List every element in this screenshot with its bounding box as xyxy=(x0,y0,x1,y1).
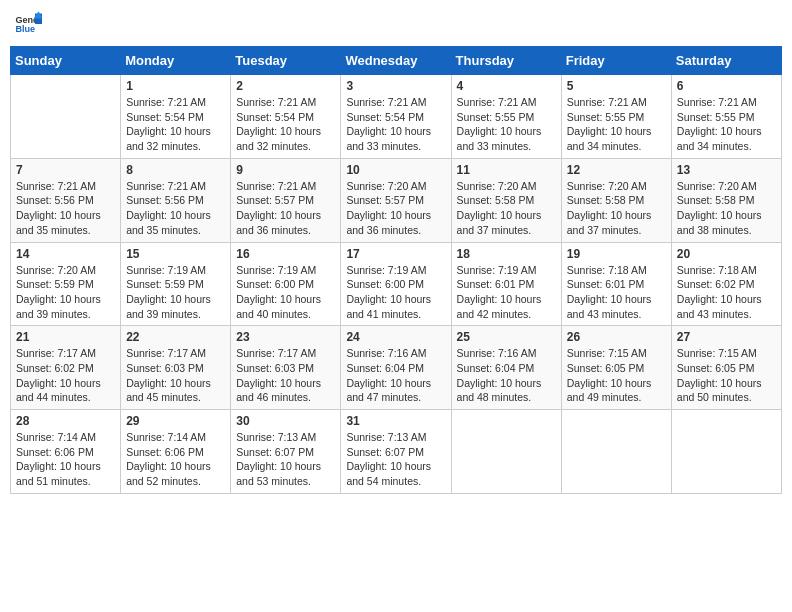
weekday-header-sunday: Sunday xyxy=(11,47,121,75)
weekday-header-monday: Monday xyxy=(121,47,231,75)
calendar-cell xyxy=(451,410,561,494)
calendar-cell: 1Sunrise: 7:21 AM Sunset: 5:54 PM Daylig… xyxy=(121,75,231,159)
weekday-header-wednesday: Wednesday xyxy=(341,47,451,75)
calendar-cell: 22Sunrise: 7:17 AM Sunset: 6:03 PM Dayli… xyxy=(121,326,231,410)
day-number: 9 xyxy=(236,163,335,177)
day-number: 27 xyxy=(677,330,776,344)
day-info: Sunrise: 7:21 AM Sunset: 5:55 PM Dayligh… xyxy=(677,95,776,154)
calendar-cell: 21Sunrise: 7:17 AM Sunset: 6:02 PM Dayli… xyxy=(11,326,121,410)
calendar-cell xyxy=(11,75,121,159)
day-info: Sunrise: 7:14 AM Sunset: 6:06 PM Dayligh… xyxy=(16,430,115,489)
day-number: 31 xyxy=(346,414,445,428)
calendar-cell: 5Sunrise: 7:21 AM Sunset: 5:55 PM Daylig… xyxy=(561,75,671,159)
calendar-cell: 3Sunrise: 7:21 AM Sunset: 5:54 PM Daylig… xyxy=(341,75,451,159)
day-info: Sunrise: 7:19 AM Sunset: 6:01 PM Dayligh… xyxy=(457,263,556,322)
calendar-cell: 14Sunrise: 7:20 AM Sunset: 5:59 PM Dayli… xyxy=(11,242,121,326)
day-info: Sunrise: 7:17 AM Sunset: 6:02 PM Dayligh… xyxy=(16,346,115,405)
day-number: 10 xyxy=(346,163,445,177)
day-info: Sunrise: 7:20 AM Sunset: 5:57 PM Dayligh… xyxy=(346,179,445,238)
day-number: 25 xyxy=(457,330,556,344)
day-number: 18 xyxy=(457,247,556,261)
calendar-cell: 11Sunrise: 7:20 AM Sunset: 5:58 PM Dayli… xyxy=(451,158,561,242)
day-info: Sunrise: 7:16 AM Sunset: 6:04 PM Dayligh… xyxy=(457,346,556,405)
day-info: Sunrise: 7:21 AM Sunset: 5:54 PM Dayligh… xyxy=(346,95,445,154)
logo: General Blue xyxy=(14,10,42,38)
day-number: 15 xyxy=(126,247,225,261)
calendar-cell: 4Sunrise: 7:21 AM Sunset: 5:55 PM Daylig… xyxy=(451,75,561,159)
day-info: Sunrise: 7:20 AM Sunset: 5:58 PM Dayligh… xyxy=(567,179,666,238)
calendar-cell: 25Sunrise: 7:16 AM Sunset: 6:04 PM Dayli… xyxy=(451,326,561,410)
day-info: Sunrise: 7:16 AM Sunset: 6:04 PM Dayligh… xyxy=(346,346,445,405)
weekday-header-row: SundayMondayTuesdayWednesdayThursdayFrid… xyxy=(11,47,782,75)
calendar-cell: 19Sunrise: 7:18 AM Sunset: 6:01 PM Dayli… xyxy=(561,242,671,326)
day-number: 14 xyxy=(16,247,115,261)
calendar-cell: 8Sunrise: 7:21 AM Sunset: 5:56 PM Daylig… xyxy=(121,158,231,242)
day-number: 13 xyxy=(677,163,776,177)
calendar-cell: 15Sunrise: 7:19 AM Sunset: 5:59 PM Dayli… xyxy=(121,242,231,326)
day-number: 19 xyxy=(567,247,666,261)
day-number: 2 xyxy=(236,79,335,93)
day-info: Sunrise: 7:19 AM Sunset: 5:59 PM Dayligh… xyxy=(126,263,225,322)
day-number: 24 xyxy=(346,330,445,344)
day-number: 21 xyxy=(16,330,115,344)
calendar-cell: 28Sunrise: 7:14 AM Sunset: 6:06 PM Dayli… xyxy=(11,410,121,494)
generalblue-logo-icon: General Blue xyxy=(14,10,42,38)
calendar-cell: 26Sunrise: 7:15 AM Sunset: 6:05 PM Dayli… xyxy=(561,326,671,410)
calendar-cell: 7Sunrise: 7:21 AM Sunset: 5:56 PM Daylig… xyxy=(11,158,121,242)
day-number: 23 xyxy=(236,330,335,344)
day-info: Sunrise: 7:21 AM Sunset: 5:56 PM Dayligh… xyxy=(126,179,225,238)
day-number: 4 xyxy=(457,79,556,93)
day-info: Sunrise: 7:21 AM Sunset: 5:56 PM Dayligh… xyxy=(16,179,115,238)
weekday-header-tuesday: Tuesday xyxy=(231,47,341,75)
day-number: 5 xyxy=(567,79,666,93)
day-number: 28 xyxy=(16,414,115,428)
calendar-cell: 20Sunrise: 7:18 AM Sunset: 6:02 PM Dayli… xyxy=(671,242,781,326)
page-header: General Blue xyxy=(10,10,782,38)
calendar-cell: 17Sunrise: 7:19 AM Sunset: 6:00 PM Dayli… xyxy=(341,242,451,326)
day-info: Sunrise: 7:14 AM Sunset: 6:06 PM Dayligh… xyxy=(126,430,225,489)
calendar-cell: 16Sunrise: 7:19 AM Sunset: 6:00 PM Dayli… xyxy=(231,242,341,326)
day-info: Sunrise: 7:20 AM Sunset: 5:58 PM Dayligh… xyxy=(457,179,556,238)
day-number: 7 xyxy=(16,163,115,177)
calendar-cell: 24Sunrise: 7:16 AM Sunset: 6:04 PM Dayli… xyxy=(341,326,451,410)
svg-text:Blue: Blue xyxy=(15,24,35,34)
calendar-week-row: 21Sunrise: 7:17 AM Sunset: 6:02 PM Dayli… xyxy=(11,326,782,410)
day-info: Sunrise: 7:21 AM Sunset: 5:54 PM Dayligh… xyxy=(126,95,225,154)
calendar-cell: 23Sunrise: 7:17 AM Sunset: 6:03 PM Dayli… xyxy=(231,326,341,410)
day-number: 22 xyxy=(126,330,225,344)
day-number: 20 xyxy=(677,247,776,261)
day-info: Sunrise: 7:18 AM Sunset: 6:01 PM Dayligh… xyxy=(567,263,666,322)
day-number: 8 xyxy=(126,163,225,177)
calendar-table: SundayMondayTuesdayWednesdayThursdayFrid… xyxy=(10,46,782,494)
calendar-week-row: 1Sunrise: 7:21 AM Sunset: 5:54 PM Daylig… xyxy=(11,75,782,159)
day-info: Sunrise: 7:20 AM Sunset: 5:58 PM Dayligh… xyxy=(677,179,776,238)
calendar-cell: 9Sunrise: 7:21 AM Sunset: 5:57 PM Daylig… xyxy=(231,158,341,242)
day-number: 1 xyxy=(126,79,225,93)
day-number: 3 xyxy=(346,79,445,93)
day-info: Sunrise: 7:13 AM Sunset: 6:07 PM Dayligh… xyxy=(346,430,445,489)
calendar-cell xyxy=(671,410,781,494)
day-info: Sunrise: 7:21 AM Sunset: 5:55 PM Dayligh… xyxy=(457,95,556,154)
calendar-cell: 31Sunrise: 7:13 AM Sunset: 6:07 PM Dayli… xyxy=(341,410,451,494)
day-number: 26 xyxy=(567,330,666,344)
calendar-week-row: 14Sunrise: 7:20 AM Sunset: 5:59 PM Dayli… xyxy=(11,242,782,326)
weekday-header-thursday: Thursday xyxy=(451,47,561,75)
day-info: Sunrise: 7:15 AM Sunset: 6:05 PM Dayligh… xyxy=(567,346,666,405)
day-number: 6 xyxy=(677,79,776,93)
calendar-cell: 12Sunrise: 7:20 AM Sunset: 5:58 PM Dayli… xyxy=(561,158,671,242)
day-info: Sunrise: 7:20 AM Sunset: 5:59 PM Dayligh… xyxy=(16,263,115,322)
calendar-cell: 29Sunrise: 7:14 AM Sunset: 6:06 PM Dayli… xyxy=(121,410,231,494)
day-info: Sunrise: 7:17 AM Sunset: 6:03 PM Dayligh… xyxy=(236,346,335,405)
calendar-cell: 6Sunrise: 7:21 AM Sunset: 5:55 PM Daylig… xyxy=(671,75,781,159)
calendar-cell: 18Sunrise: 7:19 AM Sunset: 6:01 PM Dayli… xyxy=(451,242,561,326)
day-number: 30 xyxy=(236,414,335,428)
day-number: 11 xyxy=(457,163,556,177)
calendar-cell xyxy=(561,410,671,494)
day-info: Sunrise: 7:19 AM Sunset: 6:00 PM Dayligh… xyxy=(236,263,335,322)
day-info: Sunrise: 7:18 AM Sunset: 6:02 PM Dayligh… xyxy=(677,263,776,322)
calendar-cell: 13Sunrise: 7:20 AM Sunset: 5:58 PM Dayli… xyxy=(671,158,781,242)
calendar-cell: 10Sunrise: 7:20 AM Sunset: 5:57 PM Dayli… xyxy=(341,158,451,242)
calendar-week-row: 28Sunrise: 7:14 AM Sunset: 6:06 PM Dayli… xyxy=(11,410,782,494)
day-info: Sunrise: 7:21 AM Sunset: 5:57 PM Dayligh… xyxy=(236,179,335,238)
day-number: 16 xyxy=(236,247,335,261)
